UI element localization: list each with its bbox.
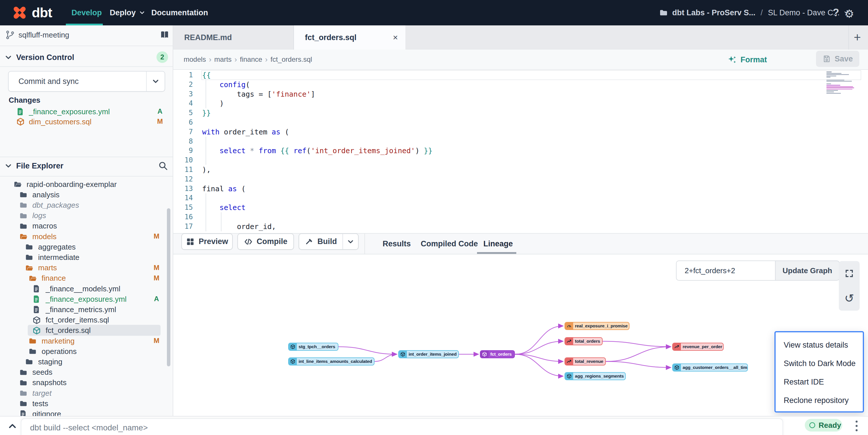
tab-fct-orders[interactable]: fct_orders.sql × (294, 25, 405, 49)
tree-item-operations[interactable]: operations (28, 346, 76, 357)
line-number: 10 (173, 156, 193, 165)
lineage-node-stg_tpch__orders[interactable]: stg_tpch__orders (288, 343, 338, 351)
menu-item-restart-ide[interactable]: Restart IDE (776, 373, 863, 391)
changed-file-name: dim_customers.sql (29, 118, 92, 126)
status-bar: Ready (0, 416, 868, 435)
tree-item-gitignore[interactable]: gitignore (19, 409, 61, 416)
breadcrumb-item[interactable]: finance (240, 55, 262, 63)
commit-and-sync-button[interactable]: Commit and sync (8, 71, 165, 92)
menu-item-switch-to-dark-mode[interactable]: Switch to Dark Mode (776, 354, 863, 373)
menu-item-reclone-repository[interactable]: Reclone repository (776, 391, 863, 410)
tree-item-staging[interactable]: staging (25, 357, 62, 367)
lineage-node-agg_customer_orders__all_time[interactable]: agg_customer_orders__all_time (672, 364, 748, 372)
breadcrumb-item[interactable]: models (184, 55, 206, 63)
docs-book-icon[interactable] (159, 29, 170, 40)
command-input[interactable] (29, 421, 724, 434)
minimap-line (827, 83, 831, 84)
search-icon[interactable] (158, 161, 168, 171)
account-project-switcher[interactable]: dbt Labs - ProServ S... / SL Demo - Dave… (659, 0, 850, 25)
close-icon[interactable]: × (393, 25, 398, 49)
sidebar-scrollbar[interactable] (167, 208, 170, 366)
tree-item-finance[interactable]: finance (28, 273, 66, 283)
menu-item-view-status-details[interactable]: View status details (776, 336, 863, 354)
changed-file-row[interactable]: _finance_exposures.yml (16, 107, 110, 116)
lineage-node-int_line_items_amounts_calculated[interactable]: int_line_items_amounts_calculated (288, 358, 374, 366)
code-editor[interactable]: 1234567891011121314151617 {{ config( tag… (173, 70, 868, 234)
dbt-wordmark[interactable]: dbt (32, 5, 52, 21)
tree-item-seeds[interactable]: seeds (19, 367, 52, 378)
tree-item-logs[interactable]: logs (19, 210, 46, 221)
tree-item-snapshots[interactable]: snapshots (19, 378, 67, 388)
line-number: 12 (173, 174, 193, 184)
lineage-node-fct_orders[interactable]: fct_orders (480, 350, 515, 358)
reset-view-button[interactable]: ↺ (839, 286, 860, 311)
tree-item-label: staging (38, 358, 62, 366)
git-status-badge: A (154, 107, 166, 115)
lineage-selector-input[interactable]: 2+fct_orders+2 (676, 261, 776, 281)
tree-item-aggregates[interactable]: aggregates (25, 242, 76, 252)
kebab-menu-icon[interactable] (851, 420, 862, 432)
compile-button[interactable]: Compile (237, 233, 294, 250)
chevron-down-icon[interactable] (4, 162, 13, 170)
minimap-line (827, 81, 852, 81)
tree-item-label: _finance__models.yml (45, 285, 120, 293)
tree-item-target[interactable]: target (19, 388, 52, 398)
gear-icon[interactable]: ⚙ (844, 7, 854, 20)
changed-file-row[interactable]: dim_customers.sql (16, 117, 92, 127)
commit-options-chevron[interactable] (146, 71, 164, 91)
nav-develop[interactable]: Develop (69, 0, 104, 25)
breadcrumb-item[interactable]: fct_orders.sql (271, 55, 312, 63)
chevron-down-icon[interactable] (4, 53, 13, 62)
lineage-node-agg_regions_segments[interactable]: agg_regions_segments (564, 372, 626, 380)
tree-item--finance-metrics-yml[interactable]: _finance_metrics.yml (32, 304, 116, 315)
lineage-node-real_exposure_i_promise[interactable]: real_exposure_i_promise (564, 322, 629, 330)
command-input-box[interactable] (21, 418, 783, 435)
new-tab-button[interactable]: + (848, 25, 866, 49)
format-button[interactable]: Format (727, 52, 767, 68)
tree-item-models[interactable]: models (19, 231, 57, 242)
code-line: config( (202, 80, 250, 90)
branch-name[interactable]: sqlfluff-meeting (19, 31, 69, 39)
dbt-logo-icon[interactable] (10, 3, 29, 22)
tree-item-intermediate[interactable]: intermediate (25, 252, 80, 263)
chevron-up-icon[interactable] (7, 421, 18, 432)
tree-item-macros[interactable]: macros (19, 221, 57, 231)
save-button[interactable]: Save (816, 51, 859, 67)
nav-deploy[interactable]: Deploy (110, 0, 146, 25)
tab-results[interactable]: Results (382, 234, 411, 254)
lineage-node-total_orders[interactable]: total_orders (564, 337, 602, 345)
tab-lineage[interactable]: Lineage (484, 234, 513, 254)
tree-item-fct-orders-sql[interactable]: fct_orders.sql (32, 325, 91, 336)
lineage-node-revenue_per_order[interactable]: revenue_per_order (672, 343, 724, 351)
tree-item-dbt-packages[interactable]: dbt_packages (19, 200, 79, 210)
breadcrumb-item[interactable]: marts (214, 55, 231, 63)
tree-item-marketing[interactable]: marketing (28, 336, 74, 346)
tree-item-tests[interactable]: tests (19, 398, 48, 409)
tree-item-label: aggregates (38, 243, 76, 252)
lineage-node-int_order_items_joined[interactable]: int_order_items_joined (398, 350, 459, 358)
tree-item-marts[interactable]: marts (25, 263, 57, 273)
model-cube-icon (289, 358, 297, 366)
tree-item--finance-exposures-yml[interactable]: _finance_exposures.yml (32, 294, 126, 304)
nav-documentation[interactable]: Documentation (151, 0, 208, 25)
tab-readme[interactable]: README.md (173, 25, 294, 49)
tree-item-fct-order-items-sql[interactable]: fct_order_items.sql (32, 315, 109, 325)
tree-item-label: analysis (32, 190, 60, 199)
build-options-chevron[interactable] (342, 234, 358, 249)
preview-button[interactable]: Preview (181, 233, 233, 250)
line-number: 4 (173, 99, 193, 108)
lineage-node-total_revenue[interactable]: total_revenue (564, 358, 606, 366)
minimap[interactable] (827, 71, 860, 95)
help-button[interactable]: ? (833, 0, 839, 25)
tree-item-rapid-onboarding-exemplar[interactable]: rapid-onboarding-exemplar (13, 179, 117, 190)
compile-label: Compile (257, 237, 288, 246)
update-graph-button[interactable]: Update Graph (776, 261, 840, 281)
tree-item--finance-models-yml[interactable]: _finance__models.yml (32, 283, 120, 294)
minimap-line (827, 79, 844, 80)
status-badge[interactable]: Ready (805, 419, 842, 432)
build-button[interactable]: Build (299, 233, 359, 250)
fullscreen-button[interactable] (839, 261, 860, 286)
tab-compiled-code[interactable]: Compiled Code (421, 234, 478, 254)
tree-item-analysis[interactable]: analysis (19, 190, 60, 200)
folder-icon (25, 358, 33, 366)
